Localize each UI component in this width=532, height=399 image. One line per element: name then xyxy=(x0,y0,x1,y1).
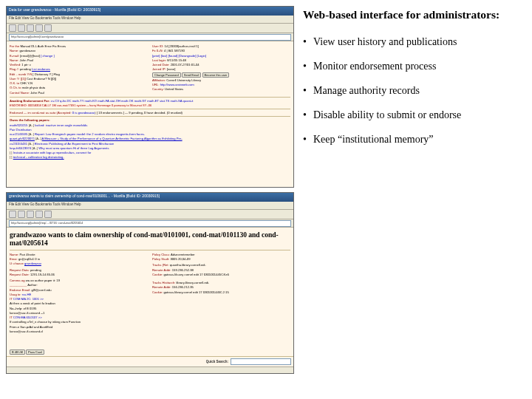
paper-id[interactable]: cs/20155431 xyxy=(10,142,27,146)
val[interactable]: http://www.arxivweb.com xyxy=(160,83,194,86)
paper-c: [ ] xyxy=(10,155,13,159)
menubar-1: File Edit View Go Bookmarks Tools Window… xyxy=(7,16,293,24)
val: gatrass.library.cornel edit 17 030100144… xyxy=(163,290,228,294)
val: Adsecemtemeber xyxy=(171,253,195,256)
lbl: Request Date: xyxy=(10,273,30,276)
awaiting-cats[interactable]: cs.CV q-fin.DC math.TY math.KO math.FA s… xyxy=(51,99,194,103)
lbl: Cookie: xyxy=(152,290,163,294)
paper-id[interactable]: nuc/2145595 xyxy=(10,132,27,136)
val: Manual DLL Auth Error Fix Errors xyxy=(20,44,66,48)
paper-title[interactable]: Pair Distribution xyxy=(10,128,32,132)
become-user-button[interactable]: Become this user xyxy=(202,72,230,78)
lbl: Policy Studt: xyxy=(152,257,169,261)
lbl: Cookie: xyxy=(152,273,163,276)
quick-search-input[interactable] xyxy=(231,358,291,365)
home-icon[interactable] xyxy=(44,211,52,218)
lbl: Tracks Histtarch: xyxy=(152,281,175,284)
lbl: IT xyxy=(10,316,13,319)
val: At then a weak of point fo leadian xyxy=(10,301,55,305)
paper-title[interactable]: A Measure + Study of the Performance of … xyxy=(42,137,183,140)
lbl: Comma og xyxy=(10,279,24,282)
awaiting-label: Awaiting Endorsement For: xyxy=(10,99,50,103)
val[interactable]: grandwazoo xyxy=(24,262,41,265)
paper-c: [A..] xyxy=(28,142,33,146)
page-content-2: grandwazoo wants to claim ownership of c… xyxy=(7,228,293,356)
bullet-text: Manage authority records xyxy=(313,84,520,98)
admin-screenshot-1: Data for user grandwazoo - Mozilla [Buil… xyxy=(6,6,294,188)
forward-icon[interactable] xyxy=(18,24,25,32)
address-bar-1: http://arxiv.org/[admin]/user/grandwazoo xyxy=(7,33,293,41)
val: [none] xyxy=(167,67,176,71)
val: No--help: of B 0195 xyxy=(10,307,36,310)
val: [ Dictionary Y ] Flag xyxy=(33,72,59,76)
bullet-dot-icon: • xyxy=(303,84,313,98)
val: Cust Endorse? N [[0]] xyxy=(27,77,56,81)
lbl: Joined Date: xyxy=(152,63,170,66)
paper-title[interactable]: technical - calibration log distratoting… xyxy=(13,155,64,159)
url-field-2[interactable]: http://arxiv.org/[admin]/req/..../0716: … xyxy=(9,220,291,227)
back-icon[interactable] xyxy=(9,211,16,218)
val[interactable]: COM:MA 2C: 1001 >> xyxy=(13,297,44,301)
paper-title[interactable]: locked: inactive inner angle monofolds xyxy=(35,123,87,127)
reload-icon[interactable] xyxy=(27,211,34,218)
paper-id[interactable]: math/020215 xyxy=(10,123,27,127)
paper-id[interactable]: hep-th/0423974 xyxy=(10,146,31,150)
claim-headline: grandwazoo wants to claim ownership of c… xyxy=(10,231,290,248)
val: 8/11/05 15:48 xyxy=(167,58,186,62)
window-title-2: grandwazoo wants to claim ownership of c… xyxy=(7,193,293,202)
val: gl9@corril.edu xyxy=(32,288,52,292)
lbl: Remote Addr: xyxy=(152,285,171,289)
val: Author: xyxy=(27,283,38,287)
lbl: Fx 0+N: xyxy=(152,49,163,52)
bullet-dot-icon: • xyxy=(303,133,313,147)
lbl: IT xyxy=(10,297,13,301)
val: United States xyxy=(165,87,183,91)
link[interactable]: [ change ] xyxy=(41,54,54,58)
left-fields: For the Manual DLL Auth Error Fix Errors… xyxy=(10,44,148,95)
bottom-button-1[interactable]: B 48 LM xyxy=(10,349,25,355)
home-icon[interactable] xyxy=(44,24,52,32)
lbl: Policy Class: xyxy=(152,253,170,256)
val: library.library.cornell.edi. xyxy=(176,281,209,284)
stop-icon[interactable] xyxy=(35,24,43,32)
bullet-item: •Disable ability to submit or endorse xyxy=(303,109,520,123)
val: wa an author paper it: 19 xyxy=(26,279,60,282)
val: CHK Y-N xyxy=(20,81,33,85)
val: pending xyxy=(20,67,31,71)
paper-title[interactable]: Electronic Publishing of An Experiment t… xyxy=(35,142,114,146)
val: gn@cql0u1 0 in xyxy=(18,257,40,261)
val[interactable]: CON:MA 63,0107 >> xyxy=(13,316,42,319)
back-icon[interactable] xyxy=(9,24,16,32)
paper-title[interactable]: Why must area quantum Hi of three Log Ar… xyxy=(38,146,109,150)
change-password-button[interactable]: Change Password xyxy=(152,72,181,78)
bullet-list: •View user history and publications •Mon… xyxy=(303,35,520,146)
val: [email]@[host] xyxy=(20,54,40,58)
val: gatrass.lib.any cornel edit 17 030100144… xyxy=(163,273,229,276)
toolbar-1 xyxy=(7,24,293,33)
link[interactable]: List endorses xyxy=(32,67,50,71)
admin-links[interactable]: [print] [lost] [found] [Downgrade] [Logi… xyxy=(152,54,206,58)
val: 156.236.212.35 xyxy=(172,285,194,289)
paper-title[interactable]: Instate-e associate with logr+p rependic… xyxy=(13,151,92,154)
statusbar-2 xyxy=(7,366,293,374)
lbl: Joined IP: xyxy=(152,67,166,71)
val: male physic data xyxy=(22,86,45,89)
paper-id[interactable]: quant-ph/0220071 xyxy=(10,137,35,140)
stop-icon[interactable] xyxy=(35,211,43,218)
paper-c: [ ] xyxy=(10,151,13,154)
lbl: O.K. to xyxy=(10,81,19,85)
paper-title[interactable]: Report: Low Energiech papen model: the 2… xyxy=(35,132,145,136)
val: Frien.e San.prAd and AcottEvid xyxy=(10,325,52,329)
val: 4 | 841 587190 xyxy=(164,49,185,52)
reload-icon[interactable] xyxy=(27,24,34,32)
bottom-button-2[interactable]: Pass Cswl xyxy=(26,349,44,355)
send-email-button[interactable]: Send Email xyxy=(182,72,201,78)
url-field-1[interactable]: http://arxiv.org/[admin]/user/grandwazoo xyxy=(9,34,291,41)
lbl: Emai: xyxy=(10,257,18,261)
val[interactable]: rss.HE xyxy=(22,293,32,296)
screenshots-column: Data for user grandwazoo - Mozilla [Buil… xyxy=(0,0,297,399)
forward-icon[interactable] xyxy=(18,211,25,218)
lbl: Name: xyxy=(10,253,18,256)
window-title-1: Data for user grandwazoo - Mozilla [Buil… xyxy=(7,7,293,16)
lbl: U: chance xyxy=(10,262,24,265)
